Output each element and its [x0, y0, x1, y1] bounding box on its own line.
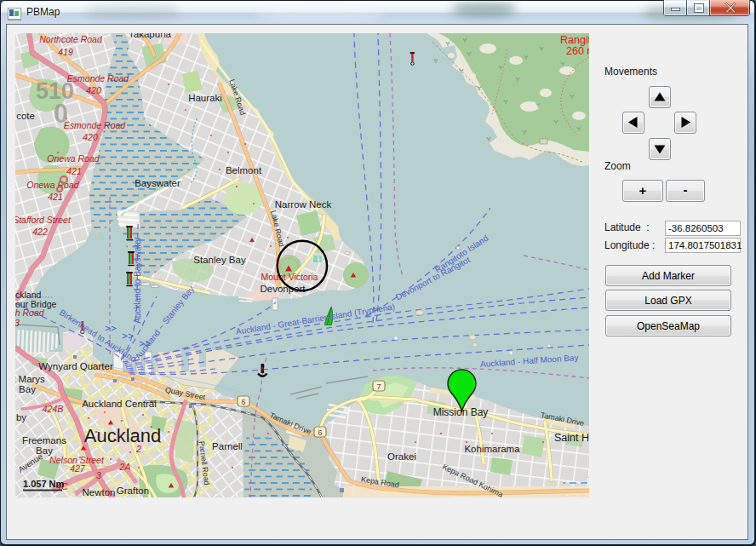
svg-text:Northcote Road: Northcote Road — [39, 34, 103, 44]
svg-text:Hauraki: Hauraki — [188, 93, 222, 103]
svg-text:Devonport: Devonport — [260, 284, 306, 294]
svg-text:Rangito: Rangito — [560, 34, 589, 46]
svg-text:by: by — [16, 412, 26, 422]
svg-text:Bayswater: Bayswater — [135, 178, 180, 188]
svg-text:our Bridge: our Bridge — [15, 299, 57, 309]
svg-text:Esmonde Road: Esmonde Road — [64, 120, 127, 130]
svg-text:Auckland Central: Auckland Central — [82, 399, 157, 409]
svg-text:6: 6 — [241, 398, 245, 406]
svg-text:427: 427 — [70, 463, 86, 474]
svg-text:Onewa Road: Onewa Road — [47, 153, 100, 164]
svg-text:Stafford Street: Stafford Street — [15, 215, 72, 225]
svg-text:Narrow Neck: Narrow Neck — [275, 199, 332, 210]
svg-text:1.057 Nm: 1.057 Nm — [23, 479, 65, 489]
svg-text:6: 6 — [318, 428, 322, 437]
svg-text:Bay: Bay — [19, 384, 36, 394]
svg-text:Orakei: Orakei — [387, 451, 416, 462]
svg-text:420: 420 — [83, 132, 98, 142]
svg-text:Mount Victoria: Mount Victoria — [261, 272, 318, 282]
svg-text:Esmonde Road: Esmonde Road — [67, 73, 130, 83]
svg-text:260 r: 260 r — [566, 45, 589, 57]
svg-text:Onewa Road: Onewa Road — [26, 180, 79, 190]
svg-text:420: 420 — [86, 85, 101, 95]
svg-text:Belmont: Belmont — [226, 165, 262, 175]
svg-text:Bay: Bay — [36, 445, 53, 456]
svg-text:Kohimarama: Kohimarama — [464, 444, 520, 454]
svg-text:cote: cote — [16, 111, 35, 121]
svg-text:Wynyard Quarter: Wynyard Quarter — [38, 361, 113, 371]
svg-text:422: 422 — [32, 227, 48, 237]
svg-text:t Marys: t Marys — [15, 374, 45, 384]
svg-text:419: 419 — [58, 47, 73, 57]
svg-text:Saint He: Saint He — [554, 432, 589, 444]
svg-text:Auckland: Auckland — [84, 425, 162, 446]
svg-text:Grafton: Grafton — [117, 486, 149, 496]
svg-text:421: 421 — [48, 192, 63, 202]
svg-text:424B: 424B — [43, 404, 64, 414]
svg-text:Freemans: Freemans — [22, 435, 66, 445]
svg-text:Takapuna: Takapuna — [129, 33, 171, 39]
svg-text:Parnell: Parnell — [212, 441, 243, 451]
svg-text:Auckland to Bayswater: Auckland to Bayswater — [133, 236, 142, 323]
svg-text:Newton: Newton — [83, 487, 116, 497]
svg-text:Stanley Bay: Stanley Bay — [193, 255, 246, 265]
svg-text:3: 3 — [96, 470, 101, 480]
svg-text:421: 421 — [66, 166, 82, 176]
svg-text:7: 7 — [376, 382, 381, 391]
svg-text:2A: 2A — [119, 462, 131, 472]
svg-text:3: 3 — [15, 318, 20, 328]
